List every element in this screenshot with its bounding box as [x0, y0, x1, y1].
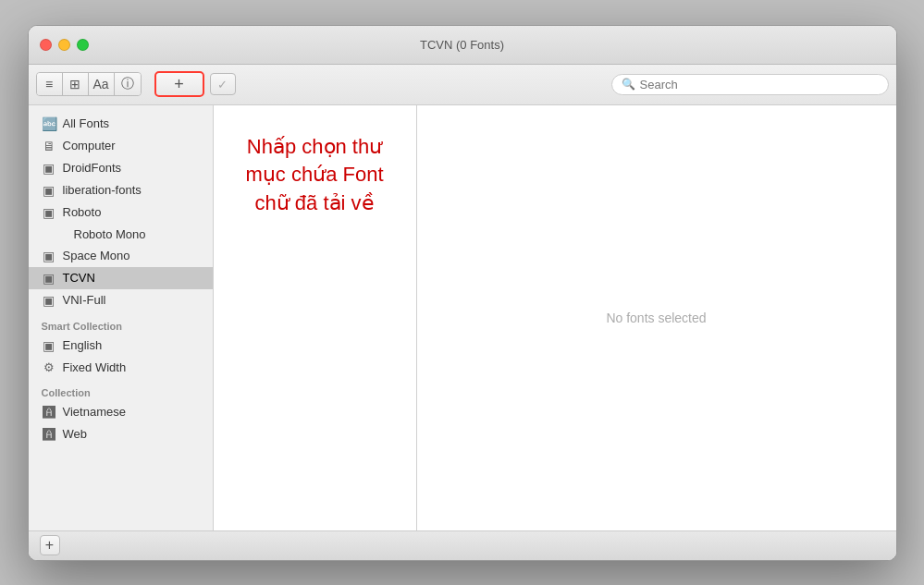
sidebar-item-tcvn[interactable]: ▣ TCVN — [29, 267, 213, 289]
sidebar-item-label: DroidFonts — [63, 161, 122, 175]
add-button-container: + — [154, 71, 204, 97]
font-preview-button[interactable]: Aa — [89, 73, 115, 95]
close-button[interactable] — [40, 39, 52, 51]
no-fonts-label: No fonts selected — [606, 311, 706, 325]
folder-icon: ▣ — [42, 183, 56, 198]
smart-collection-label: Smart Collection — [29, 311, 213, 335]
sidebar-item-label: Space Mono — [63, 249, 130, 262]
font-a-icon: 🅰 — [42, 427, 56, 442]
sidebar-item-label: VNI-Full — [63, 293, 106, 307]
info-button[interactable]: ⓘ — [115, 73, 141, 95]
sidebar-item-label: All Fonts — [63, 116, 110, 130]
add-collection-button[interactable]: + — [40, 535, 60, 555]
search-icon: 🔍 — [622, 78, 635, 91]
file-icon: ▣ — [42, 249, 56, 263]
sidebar-item-vietnamese[interactable]: 🅰 Vietnamese — [29, 401, 213, 423]
maximize-button[interactable] — [77, 39, 89, 51]
sidebar-item-label: Computer — [63, 139, 116, 152]
computer-icon: 🖥 — [42, 139, 56, 153]
sidebar-item-roboto[interactable]: ▣ Roboto — [29, 201, 213, 224]
sidebar-item-all-fonts[interactable]: 🔤 All Fonts — [29, 113, 213, 135]
sidebar-item-english[interactable]: ▣ English — [29, 335, 213, 357]
traffic-lights — [40, 39, 89, 51]
annotation-text: Nhấp chọn thư mục chứa Font chữ đã tải v… — [232, 133, 398, 218]
grid-view-button[interactable]: ⊞ — [63, 73, 89, 95]
sidebar-item-space-mono[interactable]: ▣ Space Mono — [29, 245, 213, 267]
sidebar-item-roboto-mono[interactable]: Roboto Mono — [29, 224, 213, 245]
folder-icon: ▣ — [42, 161, 56, 176]
sidebar-item-label: Web — [63, 427, 88, 441]
sidebar-item-fixed-width[interactable]: ⚙ Fixed Width — [29, 357, 213, 378]
folder-icon: ▣ — [42, 205, 56, 220]
annotation-pane: Nhấp chọn thư mục chứa Font chữ đã tải v… — [214, 105, 417, 530]
sidebar-item-label: English — [63, 338, 103, 352]
sidebar-item-label: Roboto Mono — [74, 227, 146, 241]
add-bottom-icon: + — [45, 537, 54, 554]
gear-icon: ⚙ — [42, 360, 56, 374]
folder-icon: ▣ — [42, 293, 56, 308]
sidebar-item-computer[interactable]: 🖥 Computer — [29, 135, 213, 157]
main-content: 🔤 All Fonts 🖥 Computer ▣ DroidFonts ▣ li… — [29, 105, 896, 530]
preview-pane: No fonts selected — [417, 105, 896, 530]
sidebar-item-label: Vietnamese — [63, 405, 126, 419]
window-title: TCVN (0 Fonts) — [420, 38, 504, 52]
sidebar: 🔤 All Fonts 🖥 Computer ▣ DroidFonts ▣ li… — [29, 105, 214, 530]
minimize-button[interactable] — [58, 39, 70, 51]
add-button[interactable]: + — [154, 71, 204, 97]
info-icon: ⓘ — [121, 76, 134, 92]
app-window: TCVN (0 Fonts) ≡ ⊞ Aa ⓘ + ✓ — [28, 25, 897, 561]
sidebar-item-label: liberation-fonts — [63, 183, 142, 197]
sidebar-item-vni-full[interactable]: ▣ VNI-Full — [29, 289, 213, 311]
collection-label: Collection — [29, 378, 213, 401]
sidebar-item-label: Fixed Width — [63, 360, 127, 374]
sidebar-item-label: TCVN — [63, 271, 95, 285]
view-toggle-group: ≡ ⊞ Aa ⓘ — [36, 72, 142, 96]
sidebar-item-liberation-fonts[interactable]: ▣ liberation-fonts — [29, 179, 213, 201]
font-preview-icon: Aa — [92, 77, 108, 91]
search-container: 🔍 — [611, 74, 889, 95]
all-fonts-icon: 🔤 — [42, 116, 56, 131]
check-button[interactable]: ✓ — [210, 73, 236, 95]
file-icon: ▣ — [42, 271, 56, 286]
grid-view-icon: ⊞ — [69, 77, 80, 91]
search-input[interactable] — [640, 78, 879, 91]
toolbar: ≡ ⊞ Aa ⓘ + ✓ 🔍 — [29, 65, 896, 105]
sidebar-item-droidfonts[interactable]: ▣ DroidFonts — [29, 157, 213, 179]
add-icon: + — [174, 75, 184, 94]
bottom-bar: + — [29, 530, 896, 560]
list-view-button[interactable]: ≡ — [37, 73, 63, 95]
font-a-icon: 🅰 — [42, 405, 56, 420]
folder-icon: ▣ — [42, 338, 56, 353]
check-icon: ✓ — [217, 78, 228, 91]
sidebar-item-label: Roboto — [63, 205, 102, 219]
titlebar: TCVN (0 Fonts) — [29, 26, 896, 65]
list-view-icon: ≡ — [45, 77, 53, 91]
sidebar-item-web[interactable]: 🅰 Web — [29, 423, 213, 445]
